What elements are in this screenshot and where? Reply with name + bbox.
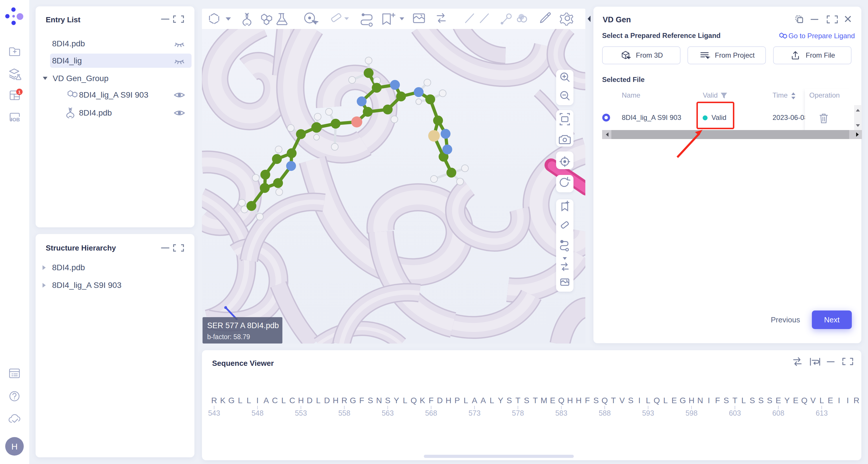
svg-text:598: 598	[685, 409, 698, 417]
svg-text:543: 543	[208, 409, 220, 417]
svg-text:608: 608	[772, 409, 784, 417]
svg-text:H: H	[11, 442, 18, 451]
svg-text:603: 603	[729, 409, 741, 417]
svg-text:563: 563	[382, 409, 394, 417]
svg-text:RKGLLIACLCHDLDHRGFSNSYLQKFDHPL: RKGLLIACLCHDLDHRGFSNSYLQKFDHPLAALYSTSTME…	[211, 396, 859, 405]
svg-text:593: 593	[642, 409, 654, 417]
svg-text:588: 588	[599, 409, 611, 417]
svg-text:583: 583	[555, 409, 567, 417]
svg-text:553: 553	[295, 409, 307, 417]
svg-text:573: 573	[468, 409, 480, 417]
svg-text:578: 578	[512, 409, 524, 417]
svg-text:558: 558	[338, 409, 350, 417]
svg-text:613: 613	[816, 409, 828, 417]
svg-text:JOB: JOB	[10, 117, 20, 122]
svg-text:1: 1	[18, 89, 21, 94]
svg-text:568: 568	[425, 409, 437, 417]
svg-text:548: 548	[251, 409, 264, 417]
